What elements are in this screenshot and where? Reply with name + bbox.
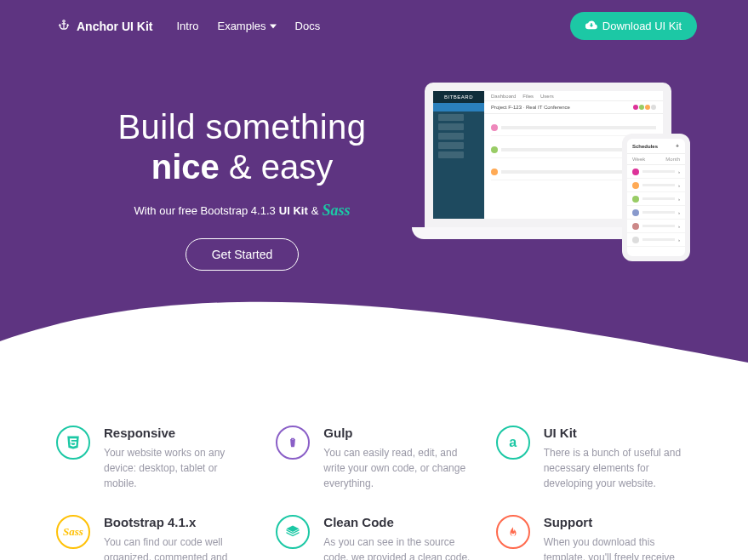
mock-tabs: DashboardFilesUsers [484,91,663,101]
phone-mockup: Schedules ＋ Week Month › › › › › › [622,134,690,261]
feature-text: UI Kit There is a bunch of useful and ne… [544,426,692,491]
amazon-a-icon: a [496,426,530,460]
get-started-button[interactable]: Get Started [186,238,300,271]
mock-menu-item [438,114,464,121]
phone-row: › [627,192,685,206]
feature-support: Support When you download this template,… [496,515,692,560]
feature-title: Support [544,515,692,529]
download-label: Download UI Kit [602,20,682,32]
fire-icon [496,515,530,549]
layers-icon [276,515,310,549]
phone-title-text: Schedules [632,144,658,149]
mock-logo: BITBEARD [433,91,484,103]
phone-row: › [627,165,685,179]
mock-menu-item [438,123,464,130]
nav-intro[interactable]: Intro [176,20,198,32]
nav-docs[interactable]: Docs [295,20,321,32]
hero-text: Build something nice & easy With our fre… [85,83,399,271]
hero-title-line1: Build something [85,108,399,146]
feature-desc: Your website works on any device: deskto… [104,445,252,491]
mock-breadcrumb-text: Project F-123 · Real IT Conference [491,105,570,110]
mock-breadcrumb: Project F-123 · Real IT Conference [484,101,663,114]
nav-examples[interactable]: Examples [217,20,276,32]
mock-sidebar: BITBEARD [433,91,484,219]
hero-sub-amp: & [311,204,319,217]
feature-title: UI Kit [544,426,692,440]
feature-cleancode: Clean Code As you can see in the source … [276,515,471,560]
cloud-download-icon [585,19,597,33]
mock-menu-active [433,103,484,111]
feature-title: Responsive [104,426,252,440]
download-button[interactable]: Download UI Kit [570,12,697,40]
hero-title-rest: & easy [220,148,333,186]
mock-menu-item [438,142,464,149]
nav-examples-label: Examples [217,20,266,32]
plus-icon: ＋ [675,142,680,150]
phone-subtabs: Week Month [627,154,685,165]
hero-sub-prefix: With our free Bootstrap 4.1.3 [134,204,276,217]
phone-row: › [627,179,685,192]
chevron-down-icon [270,20,277,32]
hero-section: Anchor UI Kit Intro Examples Docs Downlo… [0,0,748,374]
feature-desc: There is a bunch of useful and necessary… [544,445,692,491]
hero-illustration: BITBEARD DashboardFilesUsers Proj [425,83,697,270]
sass-logo-text: Sass [322,202,350,220]
sass-icon: Sass [56,515,90,549]
feature-desc: When you download this template, you'll … [544,534,692,560]
feature-text: Support When you download this template,… [544,515,692,560]
feature-uikit: a UI Kit There is a bunch of useful and … [496,426,692,491]
phone-row: › [627,233,685,247]
feature-responsive: Responsive Your website works on any dev… [56,426,252,491]
hero-title-line2: nice & easy [85,148,399,186]
hero-subtitle: With our free Bootstrap 4.1.3 UI Kit & S… [85,202,399,220]
feature-text: Clean Code As you can see in the source … [323,515,471,560]
feature-desc: You can easily read, edit, and write you… [323,445,471,491]
mock-menu-item [438,133,464,140]
phone-sub-week: Week [632,157,645,162]
phone-title: Schedules ＋ [627,139,685,154]
hero-title-bold: nice [151,148,220,186]
phone-sub-month: Month [665,157,680,162]
phone-row: › [627,220,685,233]
nav-links: Intro Examples Docs [176,20,320,32]
gulp-icon [276,426,310,460]
features-grid: Responsive Your website works on any dev… [0,374,748,560]
anchor-icon [58,19,70,33]
feature-text: Bootstrap 4.1.x You can find our code we… [104,515,252,560]
feature-text: Responsive Your website works on any dev… [104,426,252,491]
feature-title: Bootstrap 4.1.x [104,515,252,529]
feature-title: Gulp [323,426,471,440]
hero-content: Build something nice & easy With our fre… [0,49,748,271]
feature-desc: As you can see in the source code, we pr… [323,534,471,560]
feature-bootstrap: Sass Bootstrap 4.1.x You can find our co… [56,515,252,560]
feature-text: Gulp You can easily read, edit, and writ… [323,426,471,491]
phone-row: › [627,206,685,220]
wave-divider [0,282,748,374]
feature-title: Clean Code [323,515,471,529]
mock-menu-item [438,151,464,158]
html5-icon [56,426,90,460]
feature-desc: You can find our code well organized, co… [104,534,252,560]
brand-text: Anchor UI Kit [77,20,152,33]
navbar: Anchor UI Kit Intro Examples Docs Downlo… [0,0,748,49]
mock-avatar-group [633,105,656,110]
brand[interactable]: Anchor UI Kit [58,19,152,33]
hero-sub-bold: UI Kit [279,204,308,217]
feature-gulp: Gulp You can easily read, edit, and writ… [276,426,471,491]
